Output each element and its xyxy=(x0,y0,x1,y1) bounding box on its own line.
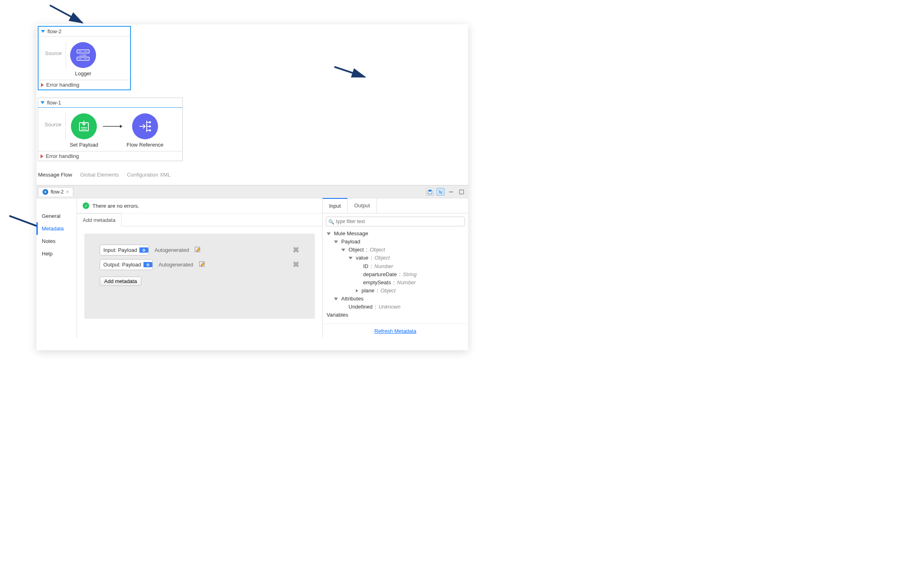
error-handling-section[interactable]: Error handling xyxy=(38,80,130,89)
filter-input[interactable] xyxy=(326,217,465,226)
annotation-arrow-icon xyxy=(332,65,369,81)
select-caret-icon xyxy=(143,262,152,267)
autogenerated-label: Autogenerated xyxy=(158,262,193,268)
error-handling-section[interactable]: Error handling xyxy=(38,151,182,161)
panel-toolbar xyxy=(426,188,468,196)
tab-configuration-xml[interactable]: Configuration XML xyxy=(127,172,171,178)
tree-node-mule-message[interactable]: Mule Message xyxy=(327,230,464,238)
flow-node-set-payload[interactable]: Set Payload xyxy=(70,113,98,148)
delete-icon[interactable]: ✖ xyxy=(293,260,299,269)
close-icon[interactable]: × xyxy=(66,189,69,195)
chevron-right-icon xyxy=(41,83,44,87)
flow-body: Source LOG Logger xyxy=(38,36,130,80)
chevron-down-icon xyxy=(327,232,331,235)
tree-view-icon[interactable] xyxy=(436,188,445,196)
editor-window: flow-2 Source LOG Logger Error handling xyxy=(36,24,468,350)
status-bar: ✓ There are no errors. xyxy=(77,198,322,213)
source-placeholder[interactable]: Source xyxy=(43,42,66,68)
minimize-icon[interactable] xyxy=(447,188,455,196)
tree-node-id[interactable]: ID : Number xyxy=(327,262,464,270)
refresh-row: Refresh Metadata xyxy=(323,324,468,338)
tab-output[interactable]: Output xyxy=(348,198,377,213)
metadata-form: Input: Payload Autogenerated ✖ Output: P… xyxy=(84,234,315,319)
svg-rect-27 xyxy=(449,192,453,192)
tree-node-departure-date[interactable]: departureDate : String xyxy=(327,270,464,279)
canvas-area: flow-2 Source LOG Logger Error handling xyxy=(36,26,468,185)
flow-node-flow-reference[interactable]: Flow Reference xyxy=(126,113,163,148)
source-placeholder[interactable]: Source xyxy=(43,113,66,139)
refresh-metadata-link[interactable]: Refresh Metadata xyxy=(374,328,416,334)
select-input-payload[interactable]: Input: Payload xyxy=(100,247,149,253)
svg-point-15 xyxy=(149,126,151,128)
add-metadata-button[interactable]: Add metadata xyxy=(100,277,141,286)
save-icon[interactable] xyxy=(426,188,434,196)
select-caret-icon xyxy=(139,247,148,253)
properties-left-nav: General Metadata Notes Help xyxy=(36,198,77,338)
metadata-row-output: Output: Payload Autogenerated ✖ xyxy=(100,260,299,269)
node-label: Flow Reference xyxy=(126,142,163,148)
chevron-down-icon xyxy=(41,30,45,33)
svg-point-14 xyxy=(149,121,151,124)
metadata-tabs: Add metadata xyxy=(77,213,322,226)
chevron-right-icon xyxy=(41,154,43,158)
search-icon: 🔍 xyxy=(328,219,334,225)
metadata-inspector: Input Output 🔍 Mule Message Payload Obje… xyxy=(322,198,468,338)
svg-text:LOG: LOG xyxy=(80,53,87,57)
logger-icon: LOG xyxy=(70,42,96,68)
editor-bottom-tabs: Message Flow Global Elements Configurati… xyxy=(36,168,468,181)
tree-node-payload[interactable]: Payload xyxy=(327,238,464,246)
chevron-down-icon xyxy=(341,249,345,251)
svg-point-16 xyxy=(149,130,151,132)
tab-message-flow[interactable]: Message Flow xyxy=(38,172,72,178)
maximize-icon[interactable] xyxy=(458,188,466,196)
flow-icon xyxy=(43,189,48,195)
nav-item-general[interactable]: General xyxy=(36,210,77,222)
nav-item-notes[interactable]: Notes xyxy=(36,235,77,247)
properties-main: ✓ There are no errors. Add metadata Inpu… xyxy=(77,198,322,338)
flow-box-flow1[interactable]: flow-1 Source Set Payload xyxy=(38,98,183,161)
metadata-tree: Mule Message Payload Object : Object val… xyxy=(323,230,468,324)
properties-tab-flow2[interactable]: flow-2 × xyxy=(38,187,73,196)
edit-icon[interactable] xyxy=(199,261,205,268)
properties-tab-label: flow-2 xyxy=(51,189,64,195)
node-label: Logger xyxy=(75,70,91,77)
metadata-row-input: Input: Payload Autogenerated ✖ xyxy=(100,245,299,255)
tree-node-variables[interactable]: Variables xyxy=(327,311,464,319)
check-icon: ✓ xyxy=(83,202,89,209)
chevron-right-icon xyxy=(356,289,358,292)
flow-title: flow-2 xyxy=(47,28,62,34)
flow-header[interactable]: flow-1 xyxy=(38,98,182,108)
flow-header[interactable]: flow-2 xyxy=(38,27,130,36)
svg-rect-28 xyxy=(460,190,464,194)
delete-icon[interactable]: ✖ xyxy=(293,245,299,255)
edit-icon[interactable] xyxy=(195,247,201,253)
set-payload-icon xyxy=(71,113,97,139)
tree-node-attributes[interactable]: Attributes xyxy=(327,295,464,303)
flow-body: Source Set Payload Flow Reference xyxy=(38,108,182,151)
metadata-content: Input: Payload Autogenerated ✖ Output: P… xyxy=(77,226,322,326)
chevron-down-icon xyxy=(41,101,45,104)
tab-global-elements[interactable]: Global Elements xyxy=(80,172,119,178)
io-tabs: Input Output xyxy=(323,198,468,213)
tree-node-value[interactable]: value : Object xyxy=(327,254,464,262)
tree-node-plane[interactable]: plane : Object xyxy=(327,287,464,295)
select-output-payload[interactable]: Output: Payload xyxy=(100,262,153,268)
flow-reference-icon xyxy=(132,113,158,139)
tree-node-undefined[interactable]: Undefined : Unknown xyxy=(327,303,464,311)
error-handling-label: Error handling xyxy=(46,153,79,159)
tree-node-object[interactable]: Object : Object xyxy=(327,246,464,254)
tree-node-empty-seats[interactable]: emptySeats : Number xyxy=(327,279,464,287)
flow-title: flow-1 xyxy=(47,100,61,106)
svg-line-31 xyxy=(334,67,365,77)
svg-line-0 xyxy=(50,5,82,23)
flow-node-logger[interactable]: LOG Logger xyxy=(70,42,96,77)
nav-item-help[interactable]: Help xyxy=(36,247,77,260)
properties-body: General Metadata Notes Help ✓ There are … xyxy=(36,198,468,338)
properties-panel: flow-2 × General Metadata Notes Help xyxy=(36,185,468,338)
nav-item-metadata[interactable]: Metadata xyxy=(36,222,77,235)
node-label: Set Payload xyxy=(70,142,98,148)
flow-box-flow2[interactable]: flow-2 Source LOG Logger Error handling xyxy=(38,26,131,90)
filter-wrap: 🔍 xyxy=(323,213,468,230)
tab-input[interactable]: Input xyxy=(323,198,348,213)
tab-add-metadata[interactable]: Add metadata xyxy=(77,213,122,226)
